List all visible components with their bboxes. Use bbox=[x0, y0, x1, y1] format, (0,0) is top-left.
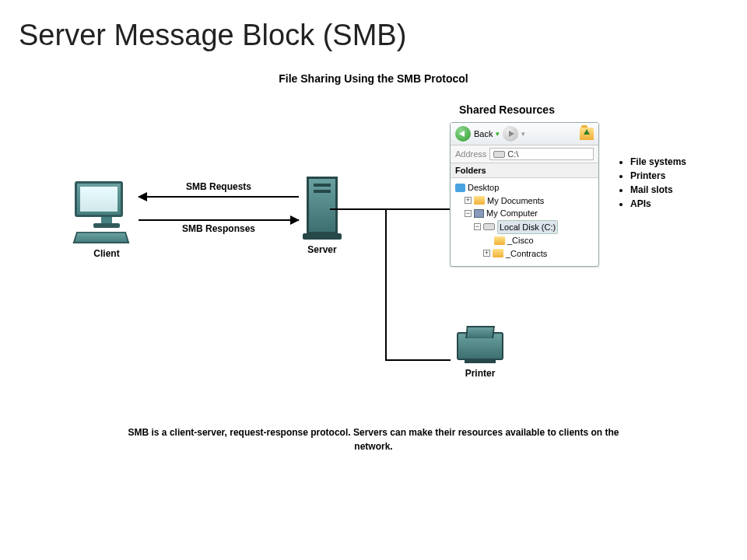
smb-requests-label: SMB Requests bbox=[139, 181, 299, 192]
shared-resources-heading: Shared Resources bbox=[459, 103, 555, 116]
client-label: Client bbox=[75, 248, 139, 259]
explorer-window: Back ▾ ▾ Address C:\ Folders Desktop +My… bbox=[450, 122, 599, 267]
folder-tree: Desktop +My Documents −My Computer −Loca… bbox=[451, 178, 598, 266]
explorer-toolbar: Back ▾ ▾ bbox=[451, 123, 598, 145]
diagram-caption: SMB is a client-server, request-response… bbox=[0, 425, 747, 453]
client-computer-icon: Client bbox=[75, 181, 139, 259]
folder-icon bbox=[474, 196, 485, 205]
expand-icon[interactable]: + bbox=[483, 250, 490, 257]
arrow-request bbox=[139, 196, 299, 198]
folder-icon bbox=[494, 236, 505, 245]
forward-icon[interactable] bbox=[503, 126, 518, 142]
arrow-response bbox=[139, 219, 299, 221]
list-item: Mail slots bbox=[630, 184, 686, 195]
back-dropdown-icon[interactable]: ▾ bbox=[496, 130, 500, 138]
disk-icon bbox=[483, 223, 495, 230]
printer-label: Printer bbox=[451, 368, 509, 379]
back-icon[interactable] bbox=[455, 126, 471, 142]
folder-icon bbox=[493, 249, 503, 257]
shared-resources-list: File systems Printers Mail slots APIs bbox=[618, 156, 686, 212]
up-folder-icon[interactable] bbox=[580, 128, 594, 140]
slide-title: Server Message Block (SMB) bbox=[0, 0, 747, 52]
smb-responses-label: SMB Responses bbox=[139, 223, 299, 234]
connection-line bbox=[330, 208, 450, 210]
tree-contracts[interactable]: +_Contracts bbox=[455, 247, 594, 261]
tree-desktop[interactable]: Desktop bbox=[455, 181, 594, 194]
collapse-icon[interactable]: − bbox=[474, 223, 481, 230]
connection-line bbox=[385, 359, 451, 361]
diagram-subtitle: File Sharing Using the SMB Protocol bbox=[0, 72, 747, 85]
list-item: File systems bbox=[630, 156, 686, 167]
server-icon: Server bbox=[297, 177, 347, 255]
server-label: Server bbox=[297, 244, 347, 255]
list-item: Printers bbox=[630, 170, 686, 181]
disk-icon bbox=[493, 151, 505, 158]
tree-local-disk[interactable]: −Local Disk (C:) bbox=[455, 220, 594, 235]
folders-header: Folders bbox=[451, 163, 598, 178]
address-label: Address bbox=[455, 149, 486, 159]
collapse-icon[interactable]: − bbox=[465, 210, 472, 217]
address-field[interactable]: C:\ bbox=[489, 148, 594, 160]
list-item: APIs bbox=[630, 198, 686, 209]
diagram-canvas: Shared Resources Client SMB Requests SMB… bbox=[0, 91, 747, 418]
expand-icon[interactable]: + bbox=[465, 197, 472, 204]
tree-my-computer[interactable]: −My Computer bbox=[455, 207, 594, 220]
forward-dropdown-icon[interactable]: ▾ bbox=[521, 130, 525, 138]
printer-icon: Printer bbox=[451, 332, 509, 379]
tree-my-documents[interactable]: +My Documents bbox=[455, 194, 594, 208]
tree-cisco[interactable]: _Cisco bbox=[455, 234, 594, 247]
desktop-icon bbox=[455, 184, 465, 192]
back-label[interactable]: Back bbox=[474, 129, 493, 138]
connection-line bbox=[385, 208, 387, 361]
address-bar: Address C:\ bbox=[451, 145, 598, 163]
computer-icon bbox=[474, 209, 484, 218]
